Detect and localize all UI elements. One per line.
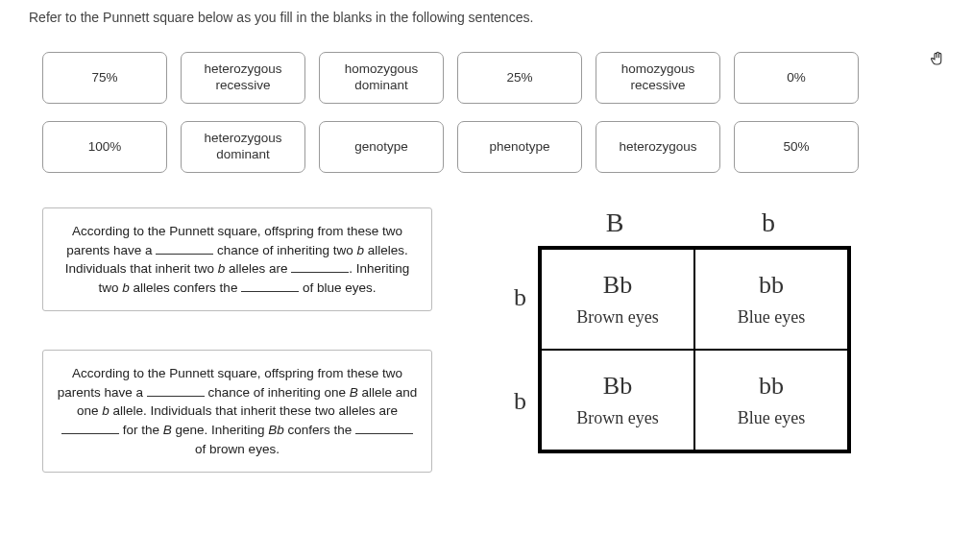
tile[interactable]: homozygous recessive [596,52,720,104]
phenotype-label: Blue eyes [738,408,805,428]
allele-side-0: b [480,283,538,312]
tile[interactable]: phenotype [457,121,582,173]
tile-row-1: 75% heterozygous recessive homozygous do… [29,52,944,104]
phenotype-label: Blue eyes [738,307,805,328]
blank-drop-target[interactable] [355,421,413,434]
text: b [357,243,365,257]
tile[interactable]: genotype [319,121,444,173]
blank-drop-target[interactable] [291,260,349,274]
text: B [163,423,172,437]
genotype-label: bb [759,372,784,401]
paragraph-2: According to the Punnett square, offspri… [42,350,432,473]
pan-hand-icon[interactable] [929,50,946,71]
genotype-label: Bb [603,271,632,300]
punnett-cell: bb Blue eyes [694,350,848,450]
tile[interactable]: heterozygous [596,121,720,173]
tile[interactable]: 100% [42,121,167,173]
blank-drop-target[interactable] [147,383,205,397]
tile[interactable]: heterozygous dominant [181,121,305,173]
punnett-cell: Bb Brown eyes [541,249,694,350]
blank-drop-target[interactable] [156,241,213,255]
paragraph-1: According to the Punnett square, offspri… [42,207,432,311]
blank-drop-target[interactable] [241,279,299,292]
allele-top-0: B [538,207,692,238]
allele-top-1: b [692,207,845,238]
tile[interactable]: homozygous dominant [319,52,444,104]
punnett-square: B b b Bb Brown eyes bb Blue eyes [480,207,851,453]
instruction-text: Refer to the Punnett square below as you… [29,10,944,25]
punnett-cell: bb Blue eyes [694,249,848,350]
tile[interactable]: 50% [734,121,859,173]
tile-row-2: 100% heterozygous dominant genotype phen… [29,121,944,173]
text: chance of inheriting two [213,243,356,257]
text: of brown eyes. [195,442,280,456]
text: b [122,280,130,295]
genotype-label: bb [759,271,784,300]
tile[interactable]: heterozygous recessive [181,52,305,104]
genotype-label: Bb [603,372,632,401]
tile[interactable]: 75% [42,52,167,104]
text: confers the [284,423,355,437]
phenotype-label: Brown eyes [576,408,658,428]
text: alleles confers the [130,280,241,295]
blank-drop-target[interactable] [61,421,119,434]
tile[interactable]: 25% [457,52,582,104]
text: gene. Inheriting [172,423,269,437]
text: B [350,385,358,400]
text: alleles are [225,261,291,276]
text: allele. Individuals that inherit these t… [109,403,398,418]
tile[interactable]: 0% [734,52,859,104]
text: for the [119,423,163,437]
text: of blue eyes. [299,280,376,295]
allele-side-1: b [480,387,538,416]
text: chance of inheriting one [205,385,350,400]
punnett-cell: Bb Brown eyes [541,350,694,450]
text: b [102,403,109,418]
text: Bb [268,423,284,437]
phenotype-label: Brown eyes [576,307,658,328]
